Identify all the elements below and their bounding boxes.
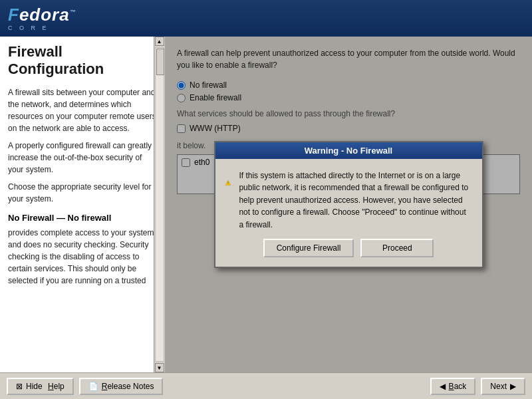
scroll-thumb[interactable] [156, 49, 164, 75]
scroll-up-arrow[interactable]: ▲ [155, 37, 164, 46]
left-panel-scrollbar[interactable]: ▲ ▼ [154, 37, 164, 372]
hide-button[interactable]: ⊠ Hide HHelpelp [7, 378, 74, 395]
para-1: A firewall sits between your computer an… [8, 86, 156, 134]
fedora-logo: Fedora™ C O R E [8, 6, 76, 31]
panel-title: Firewall Configuration [8, 43, 156, 78]
logo-core: C O R E [8, 25, 76, 31]
scroll-down-arrow[interactable]: ▼ [155, 363, 164, 372]
panel-description: A firewall sits between your computer an… [8, 86, 156, 287]
back-label: Back [449, 382, 467, 391]
modal-overlay: Warning - No Firewall ! If this system i… [165, 37, 532, 372]
help-label: HHelpelp [46, 382, 65, 391]
bottom-left-buttons: ⊠ Hide HHelpelp 📄 Release Notes [7, 378, 163, 395]
back-icon: ◀ [440, 382, 446, 391]
header-bar: Fedora™ C O R E [0, 0, 532, 37]
warning-modal: Warning - No Firewall ! If this system i… [214, 141, 483, 269]
hide-icon: ⊠ [16, 382, 23, 391]
next-label: Next [490, 382, 507, 391]
right-panel: A firewall can help prevent unauthorized… [165, 37, 532, 372]
para-3: Choose the appropriate security level fo… [8, 181, 156, 205]
next-icon: ▶ [510, 382, 516, 391]
para-2: A properly configured firewall can great… [8, 140, 156, 176]
no-firewall-heading: No Firewall — No firewall [8, 211, 156, 225]
bottom-bar: ⊠ Hide HHelpelp 📄 Release Notes ◀ Back N… [0, 372, 532, 399]
no-firewall-text: provides complete access to your system … [8, 227, 156, 287]
main-area: Firewall Configuration A firewall sits b… [0, 37, 532, 372]
hide-label: Hide [26, 382, 43, 391]
modal-body: ! If this system is attached directly to… [215, 159, 482, 239]
release-notes-label: Release Notes [102, 382, 154, 391]
modal-title-bar: Warning - No Firewall [215, 142, 482, 159]
warning-icon: ! [225, 170, 231, 196]
release-notes-icon: 📄 [88, 382, 98, 391]
next-button[interactable]: Next ▶ [481, 378, 525, 395]
modal-buttons: Configure Firewall Proceed [215, 239, 482, 267]
scroll-track [155, 47, 164, 362]
logo-text: Fedora™ [8, 6, 76, 23]
release-notes-button[interactable]: 📄 Release Notes [79, 378, 164, 395]
back-button[interactable]: ◀ Back [430, 378, 476, 395]
bottom-right-buttons: ◀ Back Next ▶ [430, 378, 525, 395]
left-panel: Firewall Configuration A firewall sits b… [0, 37, 165, 372]
proceed-button[interactable]: Proceed [360, 239, 434, 257]
modal-text: If this system is attached directly to t… [239, 170, 472, 231]
configure-firewall-button[interactable]: Configure Firewall [263, 239, 354, 257]
